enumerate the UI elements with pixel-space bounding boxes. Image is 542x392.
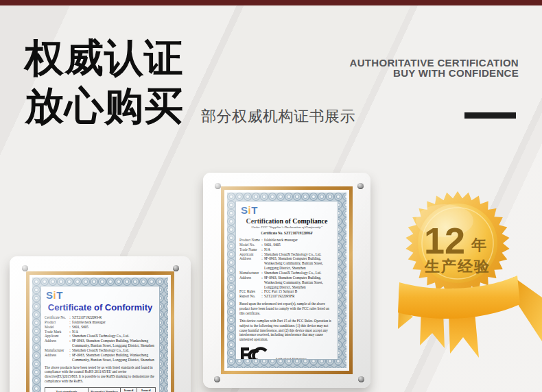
page-title-line1: 权威认证 xyxy=(25,34,184,82)
page-title-line2: 放心购买 xyxy=(25,82,184,130)
subtitle-english-line1: AUTHORITATIVE CERTIFICATION xyxy=(350,58,519,68)
field-row: Manufacturer:Shenzhen CloudX Technology … xyxy=(45,348,156,353)
field-row: Model:S601, S605 xyxy=(45,325,156,330)
screw-icon xyxy=(173,265,179,271)
field-row: Trade Name:N/A xyxy=(239,247,334,252)
guilloche-border: SiT Certificate of Conformity Certificat… xyxy=(32,278,168,392)
rohs-statement: The above products have been tested by u… xyxy=(45,365,156,384)
field-row: Address:9F-0963, Shenzhen Computer Build… xyxy=(45,353,156,363)
subtitle-chinese: 部分权威机构证书展示 xyxy=(201,106,355,127)
badge-years-unit: 年 xyxy=(471,236,486,254)
certificate-title: Certification of Compliance xyxy=(239,217,334,225)
field-row: Applicant:Shenzhen CloudX Technology Co.… xyxy=(239,252,334,257)
certificate-number: Certificate No. SZT2107192209SF xyxy=(239,231,334,235)
field-row: Trade Mark:N/A xyxy=(45,330,156,334)
gold-frame: SiT Certificate of Conformity Certificat… xyxy=(26,271,174,392)
sit-logo: SiT xyxy=(241,204,334,216)
certification-promo-banner: 权威认证 放心购买 部分权威机构证书展示 AUTHORITATIVE CERTI… xyxy=(0,0,542,392)
field-row: Product:foldable neck massager xyxy=(45,320,156,325)
screw-icon xyxy=(357,183,364,189)
field-row: Model No.:S601, S605 xyxy=(239,243,334,247)
guilloche-border: SiT Certification of Compliance Under FC… xyxy=(227,193,346,368)
signature-rule xyxy=(308,358,334,360)
certificate-fields: Certificate No.:SZT2107192209S-RProduct:… xyxy=(45,315,156,363)
signature-block: Authorized Signature: Department Manager xyxy=(275,357,334,360)
accent-bar xyxy=(464,112,516,119)
screw-icon xyxy=(215,183,221,189)
compliance-statement-2: This device complies with Part 15 of the… xyxy=(239,319,334,342)
badge-years-number: 12 xyxy=(424,220,465,261)
ribbon-tail-right xyxy=(449,313,479,358)
fcc-logo xyxy=(239,346,270,360)
screw-icon xyxy=(358,376,364,382)
gold-frame: SiT Certification of Compliance Under FC… xyxy=(221,186,353,374)
field-row: Manufacturer:Shenzhen CloudX Technology … xyxy=(239,271,334,275)
field-row: Product Name:foldable neck massager xyxy=(239,238,334,243)
compliance-statement-1: Based upon the referenced test report(s)… xyxy=(239,302,334,316)
certificate-fields: Product Name:foldable neck massagerModel… xyxy=(239,238,334,299)
field-row: FCC Rules:FCC Part 15 Subpart B xyxy=(239,289,334,294)
field-row: Certificate No.:SZT2107192209S-R xyxy=(45,315,156,320)
field-row: Address:9F-0963, Shenzhen Computer Build… xyxy=(239,256,334,271)
subtitle-english-line2: BUY WITH CONFIDENCE xyxy=(350,68,519,78)
certificate-conformity-card: SiT Certificate of Conformity Certificat… xyxy=(10,256,191,392)
page-title: 权威认证 放心购买 xyxy=(25,34,184,130)
field-row: Address:9F-0963, Shenzhen Computer Build… xyxy=(45,339,156,348)
test-standards-table: Test standards Report(s) Number Issued B… xyxy=(45,387,156,392)
field-row: Report No.:SZT2107192209SFR xyxy=(239,294,334,299)
screw-icon xyxy=(22,265,28,271)
signature-label: Authorized Signature: xyxy=(275,357,307,360)
field-row: Address:9F-0963, Shenzhen Computer Build… xyxy=(239,275,334,290)
subtitle-english: AUTHORITATIVE CERTIFICATION BUY WITH CON… xyxy=(350,58,519,78)
screw-icon xyxy=(214,376,220,382)
field-row: Applicant:Shenzhen CloudX Technology Co.… xyxy=(45,334,156,339)
certification-compliance-card: SiT Certification of Compliance Under FC… xyxy=(203,173,370,388)
top-divider-bar xyxy=(0,0,542,5)
sit-logo: SiT xyxy=(46,289,156,301)
experience-badge: 12 年 生产经验 xyxy=(398,182,542,362)
badge-caption: 生产经验 xyxy=(424,258,491,275)
certificate-subtitle: Under FCC "Supplier's Declaration of Con… xyxy=(239,225,334,229)
certificate-title: Certificate of Conformity xyxy=(45,302,156,313)
